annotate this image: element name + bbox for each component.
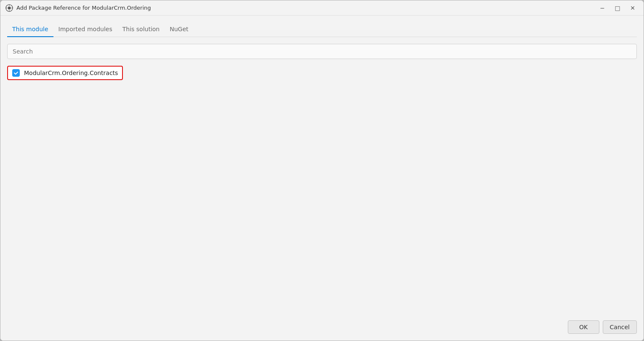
maximize-button[interactable]: □ [612, 2, 623, 14]
minimize-button[interactable]: − [596, 2, 608, 14]
tab-this-solution[interactable]: This solution [117, 22, 165, 37]
close-button[interactable]: ✕ [627, 2, 639, 14]
ok-button[interactable]: OK [568, 320, 599, 334]
tab-nuget[interactable]: NuGet [165, 22, 193, 37]
tab-imported-modules[interactable]: Imported modules [53, 22, 117, 37]
dialog-footer: OK Cancel [0, 315, 644, 341]
main-content: This module Imported modules This soluti… [0, 16, 644, 315]
item-label: ModularCrm.Ordering.Contracts [24, 70, 118, 76]
list-item[interactable]: ModularCrm.Ordering.Contracts [7, 66, 123, 80]
window-title: Add Package Reference for ModularCrm.Ord… [16, 5, 596, 11]
package-list: ModularCrm.Ordering.Contracts [7, 66, 637, 309]
titlebar: Add Package Reference for ModularCrm.Ord… [0, 0, 644, 16]
svg-point-1 [8, 6, 11, 9]
tab-bar: This module Imported modules This soluti… [7, 22, 637, 37]
search-input[interactable] [7, 44, 637, 59]
window-controls: − □ ✕ [596, 2, 639, 14]
app-icon [5, 4, 13, 12]
cancel-button[interactable]: Cancel [603, 320, 637, 334]
item-checkbox[interactable] [12, 69, 20, 77]
dialog-window: Add Package Reference for ModularCrm.Ord… [0, 0, 644, 341]
tab-this-module[interactable]: This module [7, 22, 53, 37]
